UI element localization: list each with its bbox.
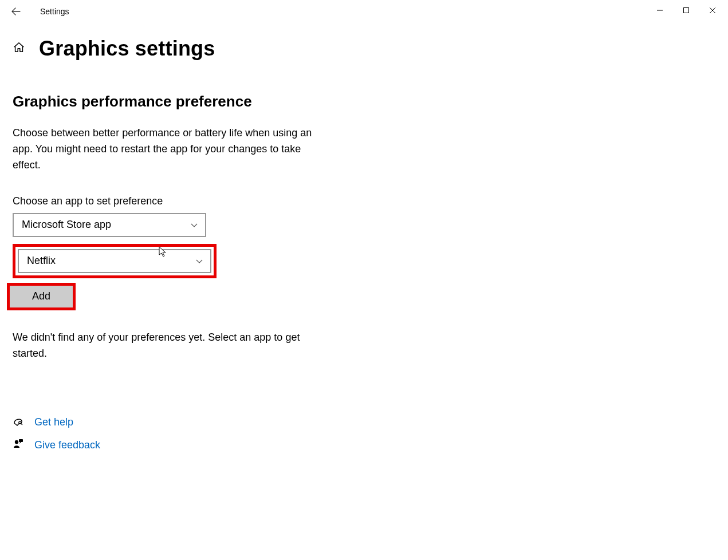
svg-point-4 bbox=[15, 440, 18, 444]
app-select-combobox[interactable]: Netflix bbox=[18, 249, 211, 273]
titlebar: Settings bbox=[0, 0, 728, 23]
status-text: We didn't find any of your preferences y… bbox=[13, 330, 322, 362]
section-title: Graphics performance preference bbox=[13, 93, 728, 111]
minimize-button[interactable] bbox=[647, 1, 673, 19]
highlight-app-select: Netflix bbox=[13, 244, 217, 278]
svg-rect-5 bbox=[19, 439, 23, 442]
app-title: Settings bbox=[40, 7, 69, 16]
maximize-icon bbox=[683, 7, 690, 14]
app-type-value: Microsoft Store app bbox=[22, 219, 111, 231]
close-icon bbox=[709, 7, 716, 14]
back-button[interactable] bbox=[10, 6, 22, 17]
svg-rect-1 bbox=[684, 8, 689, 13]
page-title: Graphics settings bbox=[39, 37, 215, 61]
chevron-down-icon bbox=[190, 221, 198, 229]
svg-line-3 bbox=[21, 424, 23, 425]
get-help-row: Get help bbox=[13, 415, 728, 429]
give-feedback-row: Give feedback bbox=[13, 438, 728, 452]
maximize-button[interactable] bbox=[673, 1, 699, 19]
add-button[interactable]: Add bbox=[10, 286, 73, 307]
choose-app-label: Choose an app to set preference bbox=[13, 195, 728, 207]
arrow-left-icon bbox=[11, 6, 21, 17]
help-icon bbox=[13, 415, 24, 429]
give-feedback-link[interactable]: Give feedback bbox=[34, 439, 100, 451]
description: Choose between better performance or bat… bbox=[13, 125, 322, 173]
home-button[interactable] bbox=[13, 41, 25, 56]
app-type-combobox[interactable]: Microsoft Store app bbox=[13, 213, 206, 237]
page-header: Graphics settings bbox=[13, 37, 728, 61]
minimize-icon bbox=[656, 7, 663, 14]
highlight-add-button: Add bbox=[7, 283, 76, 310]
window-controls bbox=[647, 1, 726, 19]
get-help-link[interactable]: Get help bbox=[34, 416, 73, 428]
app-select-value: Netflix bbox=[27, 255, 56, 267]
chevron-down-icon bbox=[195, 257, 203, 265]
feedback-icon bbox=[13, 438, 24, 452]
home-icon bbox=[13, 41, 25, 54]
footer-links: Get help Give feedback bbox=[13, 415, 728, 452]
close-button[interactable] bbox=[699, 1, 726, 19]
